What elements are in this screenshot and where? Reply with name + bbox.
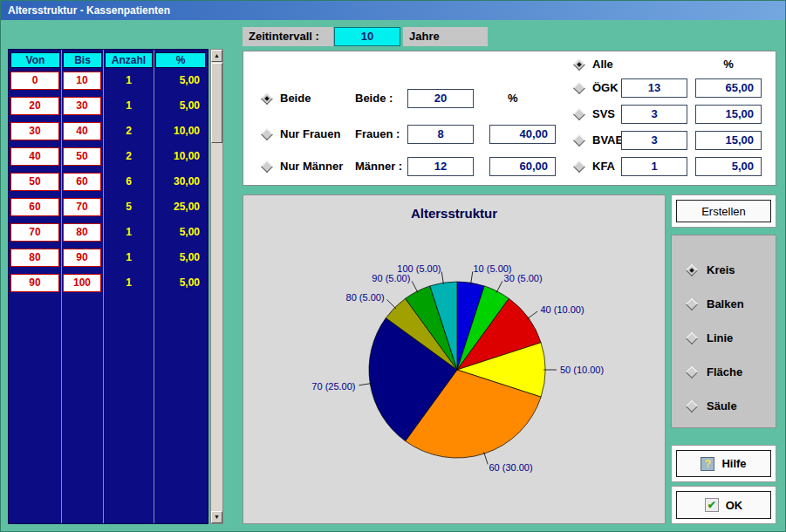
- cell-von: 60: [10, 198, 59, 216]
- ok-button[interactable]: ✔ OK: [676, 491, 771, 519]
- table-row: 01015,00: [9, 69, 208, 94]
- table-scrollbar[interactable]: ▲ ▼: [210, 49, 223, 524]
- pie-slice-label: 40 (10.00): [541, 304, 584, 315]
- scroll-down-button[interactable]: ▼: [211, 511, 222, 523]
- insurance-pct-input[interactable]: 15,00: [695, 131, 762, 150]
- table-row: 4050210,00: [9, 145, 208, 170]
- scroll-up-button[interactable]: ▲: [211, 50, 222, 62]
- pie-slice-label: 90 (5.00): [372, 273, 410, 283]
- radio-beide[interactable]: [261, 92, 273, 105]
- radio-nur-frauen[interactable]: [261, 128, 273, 140]
- window-title: Altersstruktur - Kassenpatienten: [8, 4, 170, 17]
- age-table: Von Bis Anzahl % 01015,00203015,00304021…: [8, 49, 223, 524]
- pie-label-leader: [484, 452, 489, 464]
- hilfe-button[interactable]: ? Hilfe: [676, 450, 771, 477]
- maenner-count-input[interactable]: 12: [407, 157, 474, 176]
- insurance-label: SVS: [592, 105, 615, 124]
- cell-pct: 5,00: [154, 249, 205, 267]
- table-row: 5060630,00: [9, 170, 208, 195]
- cell-bis: 50: [63, 147, 101, 166]
- cell-von: 50: [10, 173, 59, 191]
- pie-slice-label: 10 (5.00): [474, 263, 512, 274]
- table-row: 3040210,00: [9, 119, 208, 145]
- cell-bis: 100: [63, 274, 101, 292]
- cell-pct: 10,00: [154, 147, 205, 166]
- pie-slice-label: 100 (5.00): [397, 263, 441, 274]
- cell-anzahl: 2: [105, 147, 153, 166]
- radio-insurance[interactable]: [573, 134, 585, 147]
- insurance-pct-input[interactable]: 5,00: [695, 157, 762, 176]
- radio-chart-type[interactable]: [686, 332, 698, 344]
- pie-label-leader: [359, 384, 372, 385]
- insurance-pct-input[interactable]: 65,00: [695, 78, 762, 98]
- hilfe-button-label: Hilfe: [721, 457, 746, 470]
- cell-pct: 5,00: [154, 223, 205, 242]
- cell-von: 30: [10, 122, 59, 140]
- radio-insurance[interactable]: [573, 108, 585, 120]
- radio-chart-type[interactable]: [686, 264, 698, 276]
- pie-slice-label: 30 (5.00): [504, 273, 543, 283]
- chart-panel: Altersstruktur 10 (5.00)30 (5.00)40 (10.…: [243, 194, 666, 524]
- cell-pct: 30,00: [154, 173, 205, 191]
- radio-nur-maenner[interactable]: [261, 160, 273, 173]
- radio-alle[interactable]: [573, 58, 585, 71]
- header-bis: Bis: [63, 52, 102, 68]
- radio-chart-type[interactable]: [686, 366, 698, 379]
- ok-button-label: OK: [726, 499, 743, 512]
- chart-type-panel: KreisBalkenLinieFlächeSäule: [671, 235, 776, 428]
- pie-label-leader: [471, 271, 473, 284]
- gender-percent-header: %: [508, 89, 518, 108]
- cell-pct: 5,00: [154, 72, 205, 90]
- radio-chart-type[interactable]: [686, 298, 698, 310]
- radio-insurance[interactable]: [573, 160, 585, 173]
- beide-count-input[interactable]: 20: [407, 89, 474, 108]
- insurance-count-input[interactable]: 13: [621, 78, 687, 98]
- frauen-count-input[interactable]: 8: [407, 125, 474, 144]
- ok-strip: ✔ OK: [671, 486, 776, 524]
- maenner-field-label: Männer :: [355, 157, 402, 176]
- zeitintervall-input[interactable]: 10: [334, 27, 400, 46]
- pie-label-leader: [496, 281, 502, 292]
- frauen-field-label: Frauen :: [355, 125, 400, 144]
- cell-von: 70: [10, 223, 59, 242]
- insurance-label: ÖGK: [592, 78, 619, 98]
- cell-von: 90: [10, 274, 59, 292]
- header-pct: %: [155, 52, 206, 68]
- maenner-pct-input[interactable]: 60,00: [489, 157, 556, 176]
- chart-type-label: Balken: [707, 296, 744, 313]
- erstellen-button-label: Erstellen: [701, 205, 746, 218]
- erstellen-button[interactable]: Erstellen: [676, 200, 771, 222]
- table-row: 6070525,00: [9, 195, 208, 221]
- cell-bis: 60: [63, 173, 101, 191]
- pie-slice-label: 60 (30.00): [489, 462, 533, 473]
- frauen-pct-input[interactable]: 40,00: [489, 125, 556, 144]
- insurance-count-input[interactable]: 3: [621, 105, 687, 124]
- radio-chart-type[interactable]: [686, 400, 698, 413]
- titlebar[interactable]: Altersstruktur - Kassenpatienten: [1, 1, 785, 20]
- zeitintervall-unit: Jahre: [403, 27, 488, 46]
- header-anzahl: Anzahl: [105, 52, 153, 68]
- cell-bis: 30: [63, 97, 101, 115]
- chart-type-label: Säule: [707, 398, 737, 415]
- chart-type-label: Kreis: [707, 262, 735, 279]
- table-row: 203015,00: [9, 94, 208, 119]
- cell-anzahl: 2: [105, 122, 153, 140]
- cell-anzahl: 1: [105, 72, 153, 90]
- filter-panel: Beide Nur Frauen Nur Männer Beide : 20 %…: [243, 51, 776, 186]
- insurance-pct-input[interactable]: 15,00: [695, 105, 762, 124]
- zeitintervall-label: Zeitintervall :: [243, 27, 333, 46]
- radio-alle-label: Alle: [592, 55, 613, 74]
- pie-label-leader: [412, 281, 418, 292]
- beide-field-label: Beide :: [355, 89, 393, 108]
- scroll-thumb[interactable]: [211, 63, 222, 143]
- insurance-count-input[interactable]: 1: [621, 157, 687, 176]
- ok-check-icon: ✔: [705, 498, 719, 512]
- cell-von: 20: [10, 97, 59, 115]
- insurance-count-input[interactable]: 3: [621, 131, 687, 150]
- cell-von: 40: [10, 147, 59, 166]
- cell-von: 80: [10, 249, 59, 267]
- pie-label-leader: [527, 311, 537, 319]
- radio-insurance[interactable]: [573, 82, 585, 94]
- cell-bis: 80: [63, 223, 101, 242]
- age-table-body: Von Bis Anzahl % 01015,00203015,00304021…: [8, 49, 208, 524]
